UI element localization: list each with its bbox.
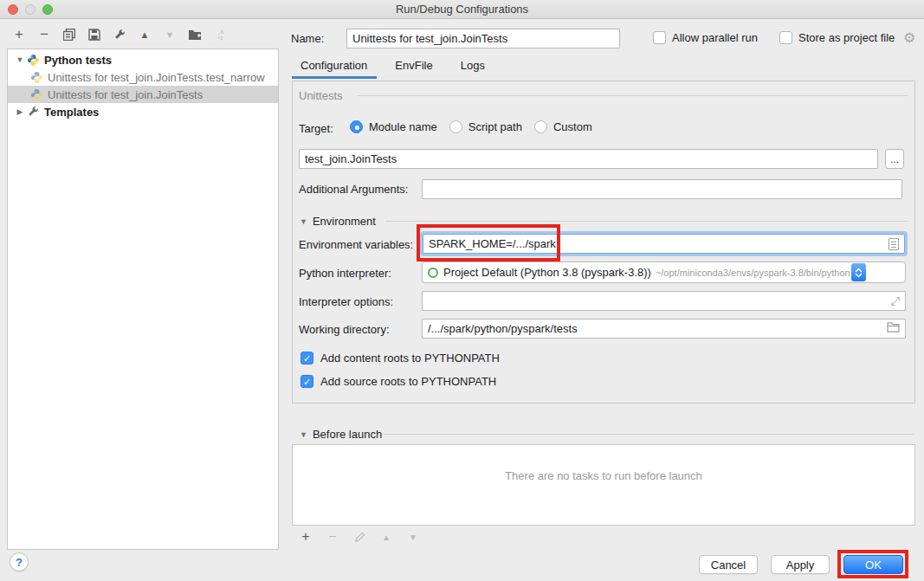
group-divider xyxy=(357,95,908,96)
add-content-roots-option[interactable]: ✓ Add content roots to PYTHONPATH xyxy=(300,352,500,365)
store-as-project-file-checkbox[interactable] xyxy=(779,31,792,44)
window-title: Run/Debug Configurations xyxy=(396,3,528,16)
group-divider xyxy=(383,434,914,435)
environment-section-title: Environment xyxy=(313,215,376,228)
python-interpreter-path: ~/opt/miniconda3/envs/pyspark-3.8/bin/py… xyxy=(656,268,850,278)
configurations-toolbar: + − ▲ ▼ ↓az xyxy=(12,28,227,42)
apply-button[interactable]: Apply xyxy=(771,555,830,574)
title-bar[interactable]: Run/Debug Configurations xyxy=(0,0,924,19)
environment-variables-label: Environment variables: xyxy=(299,238,413,251)
configurations-tree: ▼ Python tests Unittests for test_join.J… xyxy=(7,48,279,550)
sort-configurations-icon: ↓az xyxy=(213,28,227,42)
python-logo-icon xyxy=(30,88,43,101)
tree-item-label: Unittests for test_join.JoinTests.test_n… xyxy=(48,71,265,84)
add-content-roots-checkbox[interactable]: ✓ xyxy=(300,352,313,365)
target-radio-group: Module name Script path Custom xyxy=(350,120,592,133)
save-configuration-icon[interactable] xyxy=(87,28,101,42)
move-up-icon[interactable]: ▲ xyxy=(138,28,152,42)
unittests-group-label: Unittests xyxy=(299,89,343,102)
custom-radio[interactable] xyxy=(534,120,547,133)
allow-parallel-run-option[interactable]: Allow parallel run xyxy=(653,31,758,44)
minimize-button xyxy=(25,4,36,15)
before-launch-empty-text: There are no tasks to run before launch xyxy=(292,469,915,482)
add-source-roots-option[interactable]: ✓ Add source roots to PYTHONPATH xyxy=(300,375,496,388)
active-tab-indicator xyxy=(292,76,377,79)
name-label: Name: xyxy=(291,32,324,45)
module-name-input[interactable] xyxy=(305,150,872,168)
group-divider xyxy=(385,221,908,222)
expand-field-icon[interactable]: ⤢ xyxy=(891,294,900,308)
ok-button[interactable]: OK xyxy=(843,555,903,574)
script-path-radio[interactable] xyxy=(449,120,462,133)
edit-templates-wrench-icon[interactable] xyxy=(113,28,126,42)
working-directory-label: Working directory: xyxy=(299,323,390,336)
tree-item-label: Python tests xyxy=(44,54,112,67)
allow-parallel-run-label: Allow parallel run xyxy=(672,31,758,44)
help-button[interactable]: ? xyxy=(10,552,29,571)
tab-logs[interactable]: Logs xyxy=(461,59,485,77)
python-interpreter-select[interactable]: Project Default (Python 3.8 (pyspark-3.8… xyxy=(422,261,906,283)
tree-item-unittest-jointests-selected[interactable]: Unittests for test_join.JoinTests xyxy=(8,86,278,103)
browse-module-button[interactable]: ... xyxy=(885,149,904,169)
working-directory-input[interactable] xyxy=(428,320,887,338)
chevron-down-icon[interactable]: ▼ xyxy=(15,55,25,64)
cancel-button[interactable]: Cancel xyxy=(699,555,758,574)
add-source-roots-checkbox[interactable]: ✓ xyxy=(300,375,313,388)
python-logo-icon xyxy=(30,71,43,84)
environment-variables-input[interactable] xyxy=(429,235,888,253)
folder-icon[interactable] xyxy=(887,322,900,335)
tree-item-unittest-narrow[interactable]: Unittests for test_join.JoinTests.test_n… xyxy=(8,68,278,86)
interpreter-options-label: Interpreter options: xyxy=(299,295,393,308)
additional-arguments-input[interactable] xyxy=(428,180,896,198)
wrench-icon xyxy=(27,106,40,119)
chevron-down-icon[interactable]: ▼ xyxy=(300,430,307,439)
edit-variables-icon[interactable] xyxy=(888,238,899,250)
edit-task-pencil-icon xyxy=(352,530,366,544)
move-task-down-icon: ▼ xyxy=(406,530,420,544)
target-label: Target: xyxy=(299,122,333,135)
tree-item-templates[interactable]: ▶ Templates xyxy=(8,103,278,120)
remove-configuration-icon[interactable]: − xyxy=(37,28,51,42)
target-option-module-name[interactable]: Module name xyxy=(350,120,437,133)
module-name-radio[interactable] xyxy=(350,120,363,133)
tab-envfile[interactable]: EnvFile xyxy=(395,59,432,77)
tree-item-python-tests[interactable]: ▼ Python tests xyxy=(8,51,278,68)
traffic-lights xyxy=(8,4,53,15)
dropdown-stepper-icon[interactable] xyxy=(851,263,866,281)
target-option-custom[interactable]: Custom xyxy=(534,120,592,133)
allow-parallel-run-checkbox[interactable] xyxy=(653,31,666,44)
move-task-up-icon: ▲ xyxy=(379,530,393,544)
target-option-script-path[interactable]: Script path xyxy=(449,120,522,133)
python-interpreter-label: Python interpreter: xyxy=(299,267,391,280)
gear-icon[interactable]: ⚙ xyxy=(903,29,915,46)
script-path-label: Script path xyxy=(468,120,522,133)
config-tabs: Configuration EnvFile Logs xyxy=(300,59,485,77)
close-button[interactable] xyxy=(8,4,18,15)
interpreter-options-input[interactable] xyxy=(428,292,891,310)
module-name-label: Module name xyxy=(369,120,437,133)
python-interpreter-value: Project Default (Python 3.8 (pyspark-3.8… xyxy=(443,266,651,279)
tree-item-label: Templates xyxy=(44,106,99,119)
custom-label: Custom xyxy=(553,120,592,133)
chevron-right-icon[interactable]: ▶ xyxy=(15,107,25,116)
move-down-icon: ▼ xyxy=(163,28,177,42)
new-folder-icon[interactable] xyxy=(188,28,202,42)
add-configuration-icon[interactable]: + xyxy=(12,28,26,42)
before-launch-task-list[interactable] xyxy=(292,444,915,526)
store-as-project-file-option[interactable]: Store as project file xyxy=(779,31,895,44)
before-launch-section-header[interactable]: ▼ Before launch xyxy=(300,428,382,441)
tree-item-label: Unittests for test_join.JoinTests xyxy=(48,88,203,101)
add-content-roots-label: Add content roots to PYTHONPATH xyxy=(320,352,500,365)
before-launch-toolbar: + − ▲ ▼ xyxy=(299,530,420,544)
store-as-project-file-label: Store as project file xyxy=(798,31,895,44)
environment-section-header[interactable]: ▼ Environment xyxy=(300,215,376,228)
zoom-button[interactable] xyxy=(42,4,53,15)
copy-configuration-icon[interactable] xyxy=(62,28,76,42)
python-sdk-icon xyxy=(428,268,438,278)
tab-configuration[interactable]: Configuration xyxy=(300,59,367,77)
run-debug-configurations-dialog: Run/Debug Configurations + − ▲ ▼ ↓az ▼ P xyxy=(0,0,924,581)
add-task-icon[interactable]: + xyxy=(299,530,313,544)
chevron-down-icon[interactable]: ▼ xyxy=(300,217,307,226)
name-input[interactable] xyxy=(346,29,620,48)
before-launch-section-title: Before launch xyxy=(313,428,382,441)
